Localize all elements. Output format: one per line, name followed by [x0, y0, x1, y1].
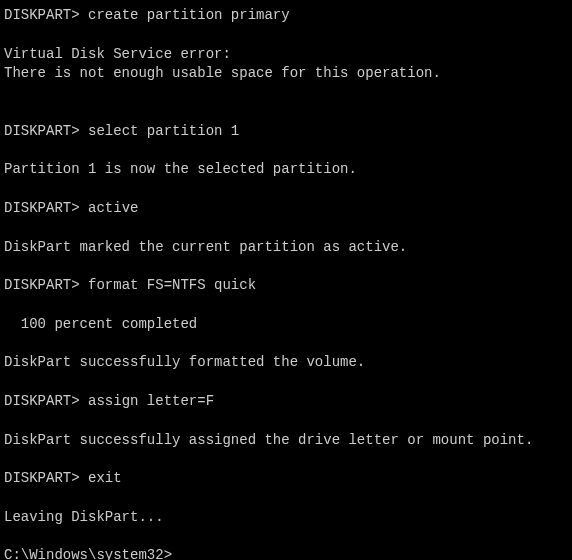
terminal-line: DISKPART> active — [4, 199, 568, 219]
prompt: DISKPART> — [4, 7, 80, 23]
terminal-line: DISKPART> exit — [4, 469, 568, 489]
terminal-line: DiskPart successfully assigned the drive… — [4, 431, 568, 451]
prompt: DISKPART> — [4, 123, 80, 139]
output-text: There is not enough usable space for thi… — [4, 65, 441, 81]
terminal-line — [4, 527, 568, 546]
terminal-line: DISKPART> format FS=NTFS quick — [4, 276, 568, 296]
output-text: Virtual Disk Service error: — [4, 46, 231, 62]
command-text: assign letter=F — [80, 393, 214, 409]
terminal-line — [4, 84, 568, 103]
terminal-line — [4, 26, 568, 45]
terminal-line: DiskPart successfully formatted the volu… — [4, 353, 568, 373]
terminal-line — [4, 412, 568, 431]
terminal-line: DiskPart marked the current partition as… — [4, 238, 568, 258]
command-text: exit — [80, 470, 122, 486]
terminal-line — [4, 373, 568, 392]
terminal-line — [4, 334, 568, 353]
output-text: 100 percent completed — [4, 316, 197, 332]
terminal-line — [4, 296, 568, 315]
command-text: create partition primary — [80, 7, 290, 23]
output-text: DiskPart successfully assigned the drive… — [4, 432, 533, 448]
terminal-line: Leaving DiskPart... — [4, 508, 568, 528]
command-text: format FS=NTFS quick — [80, 277, 256, 293]
terminal-line: C:\Windows\system32> — [4, 546, 568, 560]
terminal-line: DISKPART> assign letter=F — [4, 392, 568, 412]
terminal-line — [4, 489, 568, 508]
terminal-line — [4, 103, 568, 122]
terminal-line: There is not enough usable space for thi… — [4, 64, 568, 84]
prompt: DISKPART> — [4, 393, 80, 409]
prompt: DISKPART> — [4, 200, 80, 216]
command-text: active — [80, 200, 139, 216]
command-text: select partition 1 — [80, 123, 240, 139]
terminal-line: DISKPART> create partition primary — [4, 6, 568, 26]
terminal-line: DISKPART> select partition 1 — [4, 122, 568, 142]
prompt: C:\Windows\system32> — [4, 547, 172, 560]
output-text: Partition 1 is now the selected partitio… — [4, 161, 357, 177]
terminal-output[interactable]: DISKPART> create partition primaryVirtua… — [4, 6, 568, 560]
terminal-line — [4, 450, 568, 469]
terminal-line — [4, 257, 568, 276]
output-text: DiskPart marked the current partition as… — [4, 239, 407, 255]
terminal-line — [4, 141, 568, 160]
output-text: Leaving DiskPart... — [4, 509, 164, 525]
terminal-line: Virtual Disk Service error: — [4, 45, 568, 65]
prompt: DISKPART> — [4, 277, 80, 293]
terminal-line — [4, 180, 568, 199]
terminal-line: Partition 1 is now the selected partitio… — [4, 160, 568, 180]
output-text: DiskPart successfully formatted the volu… — [4, 354, 365, 370]
terminal-line — [4, 219, 568, 238]
terminal-line: 100 percent completed — [4, 315, 568, 335]
prompt: DISKPART> — [4, 470, 80, 486]
